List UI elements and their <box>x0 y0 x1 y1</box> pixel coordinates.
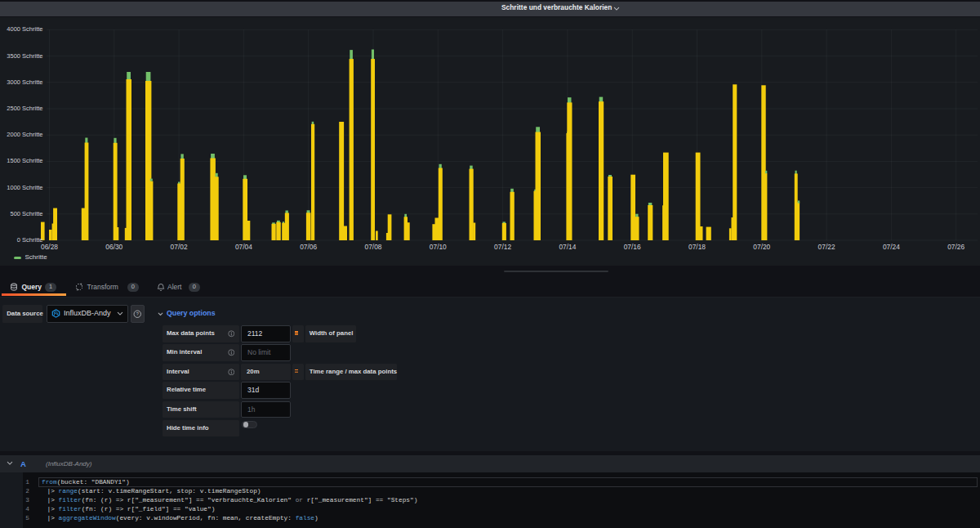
svg-text:?: ? <box>136 311 139 316</box>
